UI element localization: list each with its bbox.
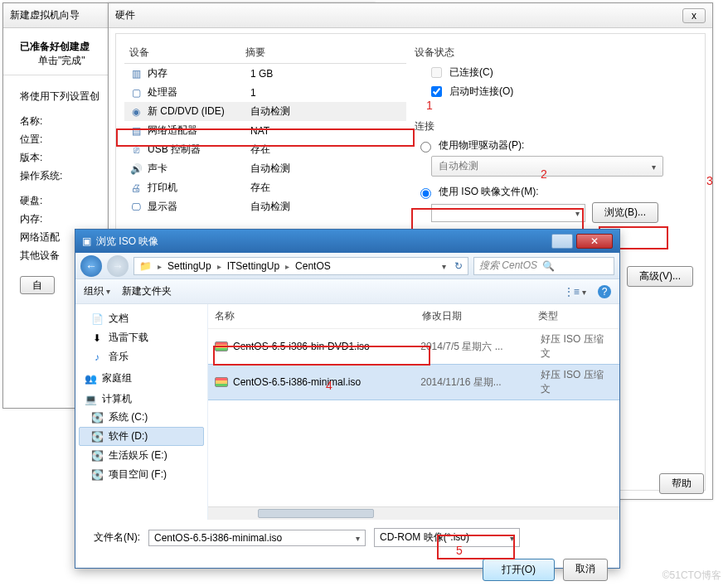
nav-back-button[interactable]: ← — [80, 255, 102, 277]
search-icon: 🔍 — [542, 260, 555, 272]
file-row[interactable]: CentOS-6.5-i386-minimal.iso2014/11/16 星期… — [208, 364, 619, 400]
connected-checkbox[interactable]: 已连接(C) — [428, 65, 696, 80]
file-date: 2014/7/5 星期六 ... — [420, 340, 536, 354]
chevron-down-icon — [652, 161, 656, 172]
use-physical-radio[interactable]: 使用物理驱动器(P): — [416, 138, 696, 153]
wizard-heading: 已准备好创建虚 — [20, 41, 90, 52]
poweron-input[interactable] — [431, 86, 442, 97]
sidebar-item-documents[interactable]: 📄文档 — [79, 309, 204, 328]
physical-drive-select[interactable]: 自动检测 — [431, 156, 663, 177]
annotation-5: 5 — [456, 544, 463, 557]
scroll-thumb[interactable] — [258, 509, 374, 518]
view-options-icon[interactable]: ⋮≡ — [564, 286, 586, 298]
cancel-button[interactable]: 取消 — [563, 559, 608, 581]
homegroup-icon: 👥 — [84, 373, 97, 385]
sidebar-item-cdrive[interactable]: 💽系统 (C:) — [79, 408, 204, 427]
browse-iso-dialog: ▣ 浏览 ISO 映像 ✕ ← → 📁 SettingUp ITSettingU… — [75, 229, 620, 569]
file-header[interactable]: 名称 修改日期 类型 — [208, 304, 619, 329]
breadcrumb[interactable]: 📁 SettingUp ITSettingUp CentOS ↻ — [133, 257, 468, 275]
browse-titlebar[interactable]: ▣ 浏览 ISO 映像 ✕ — [75, 230, 619, 253]
iso-label: 使用 ISO 映像文件(M): — [439, 185, 539, 199]
drive-icon: 💽 — [90, 469, 104, 481]
sidebar-group-homegroup[interactable]: 👥家庭组 — [79, 366, 204, 387]
iso-path-input[interactable] — [431, 204, 585, 222]
iso-radio-input[interactable] — [420, 188, 431, 199]
file-type: 好压 ISO 压缩文 — [541, 332, 613, 361]
prn-icon: 🖨 — [129, 182, 143, 195]
col-type[interactable]: 类型 — [538, 309, 558, 323]
close-button[interactable]: x — [682, 8, 706, 23]
help-icon[interactable] — [551, 234, 573, 249]
usb-icon: ⎚ — [129, 143, 143, 157]
filename-input[interactable]: CentOS-6.5-i386-minimal.iso — [148, 530, 366, 546]
device-summary: 存在 — [250, 143, 270, 157]
file-date: 2014/11/16 星期... — [420, 375, 536, 390]
device-summary: 自动检测 — [250, 162, 290, 176]
device-summary: 自动检测 — [250, 104, 290, 119]
phys-radio-input[interactable] — [420, 142, 431, 153]
filter-select[interactable]: CD-ROM 映像(*.iso) — [374, 528, 520, 547]
advanced-button[interactable]: 高级(V)... — [627, 266, 693, 287]
col-date[interactable]: 修改日期 — [422, 309, 538, 323]
col-summary: 摘要 — [245, 46, 265, 60]
label-name: 名称: — [20, 112, 73, 130]
search-placeholder: 搜索 CentOS — [479, 259, 537, 273]
close-icon[interactable]: ✕ — [576, 234, 613, 249]
new-folder-button[interactable]: 新建文件夹 — [122, 284, 172, 298]
sidebar-item-music[interactable]: ♪音乐 — [79, 347, 204, 366]
cpu-icon: ▢ — [129, 86, 143, 99]
open-button[interactable]: 打开(O) — [483, 559, 555, 581]
device-row-usb[interactable]: ⎚USB 控制器存在 — [124, 140, 406, 159]
organize-menu[interactable]: 组织 — [84, 284, 110, 298]
hw-titlebar[interactable]: 硬件 x — [109, 3, 712, 28]
help-button[interactable]: 帮助 — [659, 473, 704, 494]
sidebar-item-ddrive[interactable]: 💽软件 (D:) — [79, 427, 204, 446]
device-row-net[interactable]: ▤网络适配器NAT — [124, 121, 406, 140]
folder-icon: 📁 — [139, 260, 152, 272]
sidebar-item-edrive[interactable]: 💽生活娱乐 (E:) — [79, 446, 204, 465]
device-row-cpu[interactable]: ▢处理器1 — [124, 83, 406, 102]
wizard-subheading: 单击"完成" — [20, 55, 85, 66]
sidebar-group-computer[interactable]: 💻计算机 — [79, 387, 204, 408]
connect-at-poweron-checkbox[interactable]: 启动时连接(O) — [428, 84, 696, 99]
file-row[interactable]: CentOS-6.5-i386-bin-DVD1.iso2014/7/5 星期六… — [208, 329, 619, 364]
device-row-dsp[interactable]: 🖵显示器自动检测 — [124, 197, 406, 216]
device-name: 网络适配器 — [148, 123, 245, 138]
device-row-snd[interactable]: 🔊声卡自动检测 — [124, 159, 406, 178]
label-os: 操作系统: — [20, 167, 73, 185]
sidebar-item-fdrive[interactable]: 💽项目空间 (F:) — [79, 465, 204, 484]
file-name: CentOS-6.5-i386-minimal.iso — [233, 376, 361, 388]
h-scrollbar[interactable] — [208, 506, 619, 520]
annotation-2: 2 — [541, 167, 547, 181]
label-ver: 版本: — [20, 148, 73, 167]
device-row-cd[interactable]: ◉新 CD/DVD (IDE)自动检测 — [124, 102, 406, 121]
device-row-mem[interactable]: ▥内存1 GB — [124, 64, 406, 83]
device-summary: 自动检测 — [250, 200, 290, 214]
filename-row: 文件名(N): CentOS-6.5-i386-minimal.iso CD-R… — [75, 520, 619, 555]
crumb-1[interactable]: ITSettingUp — [227, 260, 279, 272]
col-name[interactable]: 名称 — [215, 309, 422, 323]
hw-title: 硬件 — [115, 8, 682, 22]
drive-icon: 💽 — [90, 450, 104, 462]
help-icon[interactable]: ? — [598, 285, 611, 298]
device-summary: NAT — [250, 125, 269, 137]
file-list: 名称 修改日期 类型 CentOS-6.5-i386-bin-DVD1.iso2… — [208, 304, 619, 520]
chevron-down-icon[interactable] — [442, 260, 446, 272]
refresh-icon[interactable]: ↻ — [454, 260, 463, 272]
poweron-label: 启动时连接(O) — [449, 85, 513, 99]
device-row-prn[interactable]: 🖨打印机存在 — [124, 178, 406, 197]
sidebar-item-xunlei[interactable]: ⬇迅雷下载 — [79, 328, 204, 347]
device-name: USB 控制器 — [148, 143, 245, 157]
customize-hw-button[interactable]: 自 — [20, 276, 55, 294]
filter-value: CD-ROM 映像(*.iso) — [380, 530, 469, 545]
crumb-0[interactable]: SettingUp — [167, 260, 211, 272]
crumb-2[interactable]: CentOS — [295, 260, 331, 272]
device-name: 打印机 — [148, 181, 245, 195]
net-icon: ▤ — [129, 124, 143, 138]
sidebar: 📄文档 ⬇迅雷下载 ♪音乐 👥家庭组 💻计算机 💽系统 (C:) 💽软件 (D:… — [75, 304, 208, 520]
device-summary: 1 GB — [250, 68, 273, 80]
search-input[interactable]: 搜索 CentOS 🔍 — [473, 257, 614, 275]
use-iso-radio[interactable]: 使用 ISO 映像文件(M): — [416, 185, 696, 199]
browse-button[interactable]: 浏览(B)... — [592, 202, 658, 223]
music-icon: ♪ — [90, 351, 104, 363]
